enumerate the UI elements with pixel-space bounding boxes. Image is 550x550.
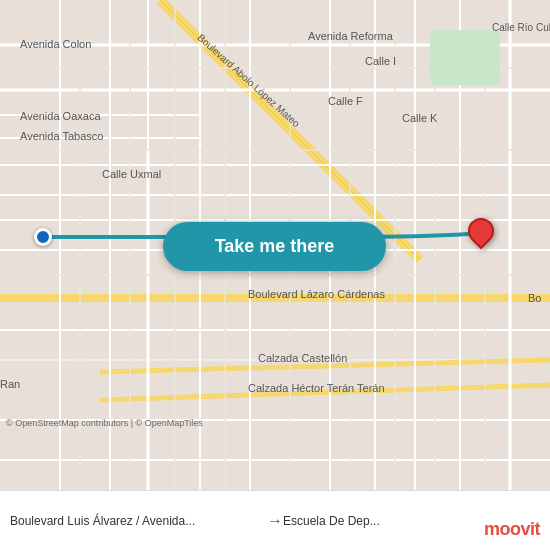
label-calle-rio: Calle Río Culiacán bbox=[492, 22, 550, 33]
label-avenida-oaxaca: Avenida Oaxaca bbox=[20, 110, 101, 122]
origin-info: Boulevard Luis Álvarez / Avenida... bbox=[10, 514, 267, 528]
destination-marker bbox=[468, 218, 494, 254]
label-ran: Ran bbox=[0, 378, 20, 390]
label-bo: Bo bbox=[528, 292, 541, 304]
label-calle-uxmal: Calle Uxmal bbox=[102, 168, 161, 180]
label-blvd-lazaro: Boulevard Lázaro Cárdenas bbox=[248, 288, 385, 300]
label-calle-k: Calle K bbox=[402, 112, 437, 124]
label-calzada-castellon: Calzada Castellón bbox=[258, 352, 347, 364]
svg-rect-40 bbox=[430, 30, 500, 85]
label-avenida-reforma: Avenida Reforma bbox=[308, 30, 393, 42]
map-area: Avenida Colon Avenida Oaxaca Avenida Tab… bbox=[0, 0, 550, 490]
origin-text: Boulevard Luis Álvarez / Avenida... bbox=[10, 514, 195, 528]
route-arrow: → bbox=[267, 512, 283, 530]
moovit-logo: moovit bbox=[484, 519, 540, 540]
take-me-there-button[interactable]: Take me there bbox=[163, 222, 386, 271]
current-location-dot bbox=[34, 228, 52, 246]
label-calle-f: Calle F bbox=[328, 95, 363, 107]
label-calzada-hector: Calzada Héctor Terán Terán bbox=[248, 382, 385, 394]
copyright-text: © OpenStreetMap contributors | © OpenMap… bbox=[6, 418, 203, 428]
destination-text: Escuela De Dep... bbox=[283, 514, 380, 528]
label-calle-i: Calle I bbox=[365, 55, 396, 67]
label-avenida-tabasco: Avenida Tabasco bbox=[20, 130, 103, 142]
label-avenida-colon: Avenida Colon bbox=[20, 38, 91, 50]
app-container: Avenida Colon Avenida Oaxaca Avenida Tab… bbox=[0, 0, 550, 550]
arrow-icon: → bbox=[267, 512, 283, 530]
bottom-navigation-bar: Boulevard Luis Álvarez / Avenida... → Es… bbox=[0, 490, 550, 550]
